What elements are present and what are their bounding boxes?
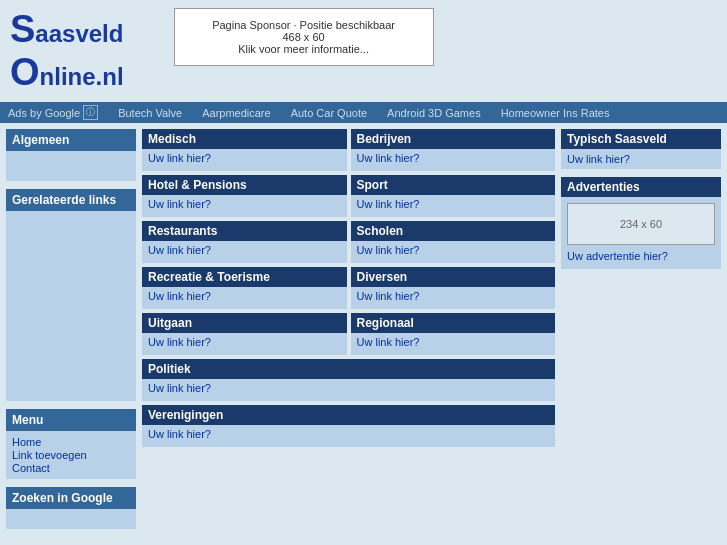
cat-recreatie: Recreatie & Toerisme Uw link hier?: [142, 267, 347, 309]
left-sidebar: Algemeen Gerelateerde links Menu Home Li…: [6, 129, 136, 529]
ad-link-5[interactable]: Homeowner Ins Rates: [501, 107, 610, 119]
cat-hotel: Hotel & Pensions Uw link hier?: [142, 175, 347, 217]
cat-uitgaan-link[interactable]: Uw link hier?: [148, 336, 211, 348]
cat-medisch: Medisch Uw link hier?: [142, 129, 347, 171]
cat-restaurants-link[interactable]: Uw link hier?: [148, 244, 211, 256]
menu-link-toevoegen[interactable]: Link toevoegen: [12, 449, 130, 461]
logo-o-char: O: [10, 51, 40, 93]
algemeen-header: Algemeen: [6, 129, 136, 151]
advertenties-section: Advertenties 234 x 60 Uw advertentie hie…: [561, 177, 721, 269]
categories-grid: Medisch Uw link hier? Bedrijven Uw link …: [142, 129, 555, 529]
cat-regionaal-body: Uw link hier?: [351, 333, 556, 355]
cat-uitgaan-header: Uitgaan: [142, 313, 347, 333]
cat-sport: Sport Uw link hier?: [351, 175, 556, 217]
ad-box: 234 x 60 Uw advertentie hier?: [561, 197, 721, 269]
cat-politiek-link[interactable]: Uw link hier?: [148, 382, 211, 394]
sponsor-line2: 468 x 60: [195, 31, 413, 43]
logo-line2: Online.nl: [10, 51, 124, 94]
sponsor-line3: Klik voor meer informatie...: [195, 43, 413, 55]
right-sidebar: Typisch Saasveld Uw link hier? Advertent…: [561, 129, 721, 529]
cat-diversen-link[interactable]: Uw link hier?: [357, 290, 420, 302]
cat-verenigingen: Verenigingen Uw link hier?: [142, 405, 555, 447]
cat-verenigingen-body: Uw link hier?: [142, 425, 555, 447]
cat-diversen-header: Diversen: [351, 267, 556, 287]
cat-sport-link[interactable]: Uw link hier?: [357, 198, 420, 210]
zoeken-body: [6, 509, 136, 529]
cat-uitgaan-body: Uw link hier?: [142, 333, 347, 355]
cat-recreatie-header: Recreatie & Toerisme: [142, 267, 347, 287]
cat-diversen: Diversen Uw link hier?: [351, 267, 556, 309]
sponsor-line1: Pagina Sponsor · Positie beschikbaar: [195, 19, 413, 31]
cat-restaurants-body: Uw link hier?: [142, 241, 347, 263]
ad-link-4[interactable]: Android 3D Games: [387, 107, 481, 119]
cat-recreatie-body: Uw link hier?: [142, 287, 347, 309]
adbar: Ads by Google ⓘ Butech Valve Aarpmedicar…: [0, 102, 727, 123]
ads-by-google-label: Ads by Google ⓘ: [8, 105, 98, 120]
cat-politiek-header: Politiek: [142, 359, 555, 379]
cat-recreatie-link[interactable]: Uw link hier?: [148, 290, 211, 302]
cat-scholen-link[interactable]: Uw link hier?: [357, 244, 420, 256]
cat-sport-body: Uw link hier?: [351, 195, 556, 217]
cat-politiek-body: Uw link hier?: [142, 379, 555, 401]
cat-regionaal-link[interactable]: Uw link hier?: [357, 336, 420, 348]
cat-hotel-body: Uw link hier?: [142, 195, 347, 217]
ad-link-text-container: Uw advertentie hier?: [567, 249, 715, 263]
advertenties-header: Advertenties: [561, 177, 721, 197]
sidebar-zoeken: Zoeken in Google: [6, 487, 136, 529]
cat-regionaal-header: Regionaal: [351, 313, 556, 333]
cat-politiek: Politiek Uw link hier?: [142, 359, 555, 401]
cat-bedrijven: Bedrijven Uw link hier?: [351, 129, 556, 171]
cat-hotel-header: Hotel & Pensions: [142, 175, 347, 195]
logo-s-char: S: [10, 8, 35, 50]
menu-header: Menu: [6, 409, 136, 431]
menu-body: Home Link toevoegen Contact: [6, 431, 136, 479]
cat-medisch-link[interactable]: Uw link hier?: [148, 152, 211, 164]
page-wrapper: Saasveld Online.nl Pagina Sponsor · Posi…: [0, 0, 727, 545]
ad-link-1[interactable]: Butech Valve: [118, 107, 182, 119]
cat-bedrijven-body: Uw link hier?: [351, 149, 556, 171]
cat-diversen-body: Uw link hier?: [351, 287, 556, 309]
gerelateerde-body: [6, 211, 136, 401]
cat-regionaal: Regionaal Uw link hier?: [351, 313, 556, 355]
cat-restaurants: Restaurants Uw link hier?: [142, 221, 347, 263]
cat-scholen: Scholen Uw link hier?: [351, 221, 556, 263]
menu-contact[interactable]: Contact: [12, 462, 130, 474]
cat-scholen-header: Scholen: [351, 221, 556, 241]
cat-verenigingen-header: Verenigingen: [142, 405, 555, 425]
sponsor-box: Pagina Sponsor · Positie beschikbaar 468…: [174, 8, 434, 66]
logo-line2-rest: nline.nl: [40, 63, 124, 90]
cat-medisch-body: Uw link hier?: [142, 149, 347, 171]
ad-placeholder: 234 x 60: [567, 203, 715, 245]
header: Saasveld Online.nl Pagina Sponsor · Posi…: [0, 0, 727, 102]
gerelateerde-header: Gerelateerde links: [6, 189, 136, 211]
ad-size: 234 x 60: [620, 218, 662, 230]
cat-medisch-header: Medisch: [142, 129, 347, 149]
typisch-link[interactable]: Uw link hier?: [567, 153, 630, 165]
cat-bedrijven-link[interactable]: Uw link hier?: [357, 152, 420, 164]
typisch-body: Uw link hier?: [561, 149, 721, 169]
algemeen-body: [6, 151, 136, 181]
cat-sport-header: Sport: [351, 175, 556, 195]
ad-link-2[interactable]: Aarpmedicare: [202, 107, 270, 119]
cat-restaurants-header: Restaurants: [142, 221, 347, 241]
ad-link-3[interactable]: Auto Car Quote: [291, 107, 367, 119]
ad-link-text[interactable]: Uw advertentie hier?: [567, 250, 668, 262]
cat-hotel-link[interactable]: Uw link hier?: [148, 198, 211, 210]
logo-line1-rest: aasveld: [35, 20, 123, 47]
logo: Saasveld Online.nl: [10, 8, 124, 94]
cat-scholen-body: Uw link hier?: [351, 241, 556, 263]
sidebar-algemeen: Algemeen: [6, 129, 136, 181]
logo-line1: Saasveld: [10, 8, 124, 51]
sidebar-gerelateerde: Gerelateerde links: [6, 189, 136, 401]
zoeken-header: Zoeken in Google: [6, 487, 136, 509]
ads-icon: ⓘ: [83, 105, 98, 120]
menu-home[interactable]: Home: [12, 436, 130, 448]
sidebar-menu: Menu Home Link toevoegen Contact: [6, 409, 136, 479]
typisch-saasveld-section: Typisch Saasveld Uw link hier?: [561, 129, 721, 169]
main-content: Algemeen Gerelateerde links Menu Home Li…: [0, 123, 727, 535]
cat-bedrijven-header: Bedrijven: [351, 129, 556, 149]
cat-uitgaan: Uitgaan Uw link hier?: [142, 313, 347, 355]
cat-verenigingen-link[interactable]: Uw link hier?: [148, 428, 211, 440]
typisch-header: Typisch Saasveld: [561, 129, 721, 149]
